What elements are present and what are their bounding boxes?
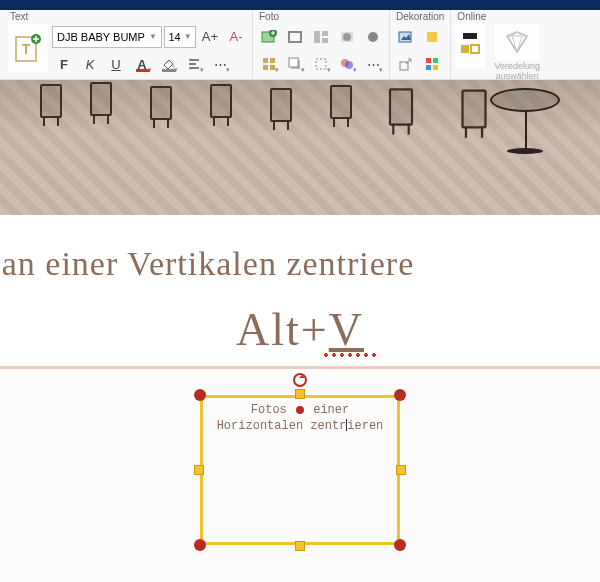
canvas[interactable]: os an einer Vertikalen zentriere Alt+V F… — [0, 80, 600, 369]
effects-icon — [459, 31, 481, 61]
svg-rect-25 — [433, 58, 438, 63]
svg-rect-14 — [263, 65, 268, 70]
svg-text:T: T — [22, 41, 31, 57]
clipart-icon — [398, 30, 414, 44]
font-shrink-button[interactable]: A- — [224, 25, 248, 49]
anchor-dot-icon — [296, 406, 304, 414]
handle-s[interactable] — [295, 541, 305, 551]
font-size-select[interactable]: 14 ▼ — [164, 26, 196, 48]
veredelung-button[interactable] — [495, 24, 539, 60]
svg-rect-5 — [289, 32, 301, 42]
mask-icon — [339, 30, 355, 44]
title-bar — [0, 0, 600, 10]
font-color-button[interactable]: A — [130, 52, 154, 76]
group-dekoration: Dekoration — [390, 10, 451, 79]
photo-effect-button[interactable] — [361, 25, 385, 49]
handle-e[interactable] — [396, 465, 406, 475]
photo-add-icon — [261, 30, 277, 44]
text-box-content[interactable]: Fotos einer Horizontalen zentrieren — [200, 403, 400, 434]
border-icon — [314, 57, 328, 71]
font-name-select[interactable]: DJB BABY BUMP ▼ — [52, 26, 162, 48]
color-swatch — [136, 69, 150, 72]
photo-shadow-button[interactable] — [283, 52, 307, 76]
svg-point-20 — [345, 61, 353, 69]
photo-border-button[interactable] — [309, 52, 333, 76]
svg-rect-7 — [322, 31, 328, 36]
deco-size-button[interactable] — [394, 52, 418, 76]
more-text-button[interactable]: ⋯ — [208, 52, 232, 76]
shadow-icon — [288, 57, 302, 71]
online-effects-button[interactable] — [455, 24, 485, 68]
svg-rect-8 — [322, 38, 328, 43]
svg-rect-29 — [461, 45, 469, 53]
deco-clipart-button[interactable] — [394, 25, 418, 49]
font-name-value: DJB BABY BUMP — [57, 31, 145, 43]
handle-n[interactable] — [295, 389, 305, 399]
ellipsis-icon: ⋯ — [367, 57, 380, 72]
svg-rect-27 — [433, 65, 438, 70]
align-icon — [187, 57, 201, 71]
svg-rect-28 — [463, 33, 477, 39]
svg-rect-15 — [270, 65, 275, 70]
photo-more-button[interactable]: ⋯ — [361, 52, 385, 76]
svg-rect-13 — [270, 58, 275, 63]
svg-rect-6 — [314, 31, 320, 43]
group-deko-label: Dekoration — [394, 10, 446, 24]
underline-button[interactable]: U — [104, 52, 128, 76]
font-grow-button[interactable]: A+ — [198, 25, 222, 49]
group-text-label: Text — [8, 10, 248, 24]
svg-rect-24 — [426, 58, 431, 63]
group-foto-label: Foto — [257, 10, 385, 24]
filter-icon — [340, 57, 354, 71]
group-foto: Foto — [253, 10, 390, 79]
photo-filter-button[interactable] — [335, 52, 359, 76]
font-size-value: 14 — [168, 31, 180, 43]
spelling-squiggle-icon — [322, 352, 378, 358]
shortcut-hint: Alt+V — [0, 303, 600, 356]
photo-grid-button[interactable] — [257, 52, 281, 76]
group-online: Online Veredelung auswählen — [451, 10, 547, 79]
palette-icon — [425, 57, 439, 71]
background-photo — [0, 80, 600, 215]
square-icon — [424, 30, 440, 44]
svg-point-10 — [343, 33, 351, 41]
grid-icon — [262, 57, 276, 71]
group-online-label: Online — [455, 10, 543, 24]
italic-button[interactable]: K — [78, 52, 102, 76]
ribbon: Text T DJB BABY BUMP ▼ 14 — [0, 10, 600, 80]
chevron-down-icon: ▼ — [149, 32, 157, 41]
handle-sw[interactable] — [194, 539, 206, 551]
insert-photo-button[interactable] — [257, 25, 281, 49]
ellipsis-icon: ⋯ — [214, 57, 227, 72]
heading-line: os an einer Vertikalen zentriere — [0, 245, 600, 283]
selected-text-box[interactable]: Fotos einer Horizontalen zentrieren — [200, 395, 400, 545]
photo-frame-button[interactable] — [283, 25, 307, 49]
svg-rect-22 — [427, 32, 437, 42]
group-text: Text T DJB BABY BUMP ▼ 14 — [4, 10, 253, 79]
page: os an einer Vertikalen zentriere Alt+V F… — [0, 215, 600, 369]
handle-w[interactable] — [194, 465, 204, 475]
svg-rect-17 — [289, 58, 298, 67]
diamond-icon — [503, 30, 531, 54]
svg-rect-30 — [471, 45, 479, 53]
highlight-color-button[interactable] — [156, 52, 180, 76]
svg-rect-18 — [316, 59, 326, 69]
photo-crop-button[interactable] — [335, 25, 359, 49]
deco-shape-button[interactable] — [420, 25, 444, 49]
frame-icon — [287, 30, 303, 44]
deco-color-button[interactable] — [420, 52, 444, 76]
veredelung-label: Veredelung auswählen — [491, 62, 543, 82]
resize-icon — [399, 57, 413, 71]
svg-rect-26 — [426, 65, 431, 70]
svg-point-11 — [368, 32, 378, 42]
insert-text-button[interactable]: T — [8, 24, 48, 72]
alignment-button[interactable] — [182, 52, 206, 76]
handle-ne[interactable] — [394, 389, 406, 401]
bold-button[interactable]: F — [52, 52, 76, 76]
divider-line — [0, 366, 600, 369]
svg-rect-12 — [263, 58, 268, 63]
handle-se[interactable] — [394, 539, 406, 551]
handle-nw[interactable] — [194, 389, 206, 401]
rotate-handle-icon[interactable] — [293, 373, 307, 387]
photo-layout-button[interactable] — [309, 25, 333, 49]
